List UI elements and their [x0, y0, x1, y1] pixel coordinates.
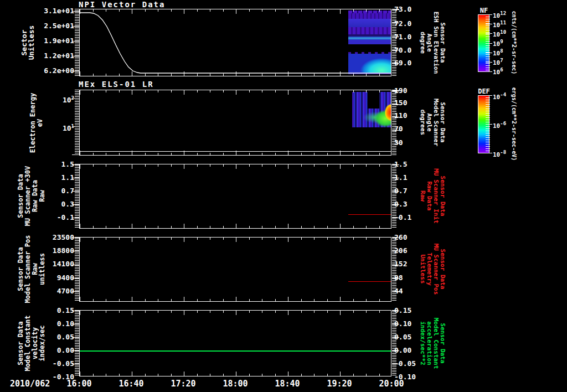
x-ticks-top — [80, 9, 391, 14]
xtick-label: 17:20 — [160, 379, 207, 389]
p4-ylabel-left: Sensor Data Model Scanner Pos Raw unitle… — [17, 235, 46, 303]
p5-ylabel-left: Sensor Data Model Constant velocity inde… — [17, 315, 46, 371]
xtick-label: 18:00 — [212, 379, 259, 389]
p1-ytick-left: 3.1e+01 — [12, 7, 74, 15]
p1-ytick-left: 6.2e+00 — [12, 67, 74, 75]
p2-ytick-right: 190 — [394, 87, 434, 95]
p4-ytick-right: 260 — [394, 234, 434, 241]
x-ticks-bottom — [80, 297, 391, 301]
nf-tick: 108 — [493, 48, 526, 57]
def-tick: 10-6 — [493, 121, 526, 130]
x-ticks-top — [80, 238, 391, 242]
panel2-title: MEx ELS-01 LR — [79, 80, 154, 89]
x-ticks-bottom — [80, 151, 391, 155]
p2-ylabel-right: Sensor Data Model Scanner Angle degrees — [419, 99, 446, 146]
panel3-plot-area — [79, 164, 391, 229]
p3-ytick-right: 1.5 — [394, 161, 434, 168]
p1-ylabel-left: Sector Unitless — [20, 25, 35, 60]
x-ticks-bottom — [80, 71, 391, 76]
plot-page: NPI Vector Data MEx ELS-01 LR — [0, 0, 567, 392]
x-ticks-bottom — [80, 224, 391, 228]
xtick-label: 16:00 — [56, 379, 102, 389]
p3-ylabel-left: Sensor Data MU Scanner +30V Raw Data Raw — [17, 166, 46, 226]
panel1-title: NPI Vector Data — [79, 0, 165, 9]
p5-ytick-right: 0.15 — [394, 307, 434, 314]
colorbar-def-title: DEF — [474, 87, 494, 95]
xtick-label: 18:40 — [264, 379, 311, 389]
p1-ylabel-right: Sensor Data ESH Sun Elevation Angle degr… — [419, 12, 446, 74]
p5-ylabel-right: Sensor Data Model Constant acceleration … — [419, 318, 446, 369]
p2-ylabel-left: Electron Energy eV — [29, 93, 44, 153]
x-ticks-top — [80, 164, 391, 169]
panel2-plot-area — [79, 90, 391, 156]
panel1-plot-area — [79, 9, 391, 76]
p3-ylabel-right: Sensor Data MU Scanner Init Raw Data Raw — [419, 168, 446, 223]
colorbar-nf-majors — [486, 14, 492, 72]
panel4-red-line — [348, 281, 391, 282]
nf-tick: 1012 — [493, 11, 526, 19]
nf-tick: 1011 — [493, 20, 526, 29]
panel3-red-line — [348, 214, 391, 215]
def-tick: 10-8 — [493, 149, 526, 158]
panel2-spectrogram — [352, 92, 391, 127]
def-tick: 10-4 — [493, 92, 526, 101]
colorbar-def-majors — [486, 95, 492, 153]
panel1-sector-line — [80, 9, 391, 76]
panel4-plot-area — [79, 237, 391, 302]
colorbar-nf-title: NF — [474, 7, 494, 14]
x-ticks-top — [80, 90, 391, 95]
xtick-label: 20:00 — [368, 379, 415, 389]
nf-tick: 1010 — [493, 29, 526, 38]
panel5-plot-area — [79, 310, 391, 376]
xtick-label: 19:20 — [316, 379, 363, 389]
panel5-green-line — [80, 350, 391, 352]
p5-ytick-left: 0.15 — [12, 307, 74, 314]
nf-tick: 106 — [493, 67, 526, 76]
nf-tick: 109 — [493, 39, 526, 48]
nf-tick: 107 — [493, 58, 526, 66]
colorbar-nf-unit: cnts/(cm**2-sr-sec) — [511, 11, 517, 74]
p4-ylabel-right: Sensor Data MU Scanner Pos Telemetry Uni… — [419, 244, 446, 295]
xtick-label: 16:40 — [108, 379, 154, 389]
x-ticks-top — [80, 311, 391, 315]
colorbar-def-unit: ergs/(cm**2-sr-sec-eV) — [511, 87, 517, 161]
x-ticks-bottom — [80, 372, 391, 376]
